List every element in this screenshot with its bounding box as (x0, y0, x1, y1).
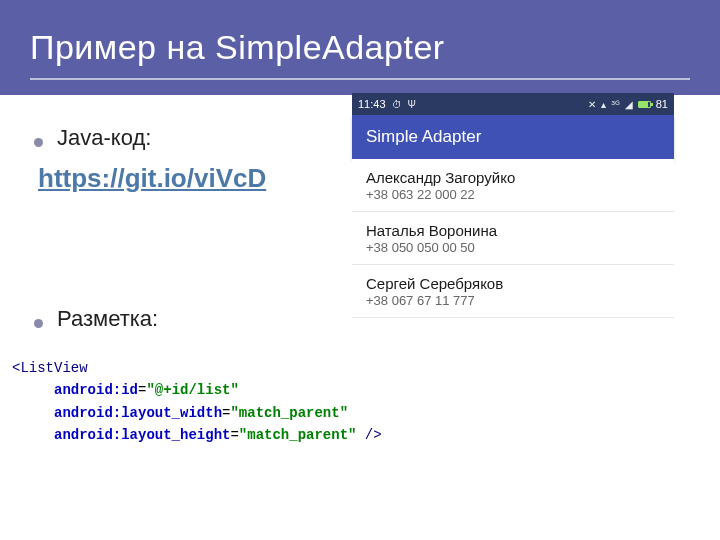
contact-phone: +38 067 67 11 777 (366, 293, 660, 308)
slide-title: Пример на SimpleAdapter (30, 28, 445, 67)
code-attr: android:id (54, 382, 138, 398)
bullet-markup-label: Разметка: (57, 306, 158, 332)
bullet-dot-icon (34, 319, 43, 328)
slide-content: Java-код: https://git.io/viVcD Разметка:… (0, 95, 720, 540)
contact-name: Александр Загоруйко (366, 169, 660, 186)
code-tag: /> (356, 427, 381, 443)
app-bar: Simple Adapter (352, 115, 674, 159)
wifi-icon: ◢ (625, 99, 633, 110)
code-attr: android:layout_height (54, 427, 230, 443)
code-val: "match_parent" (230, 405, 348, 421)
status-bar: 11:43 ⏱ Ψ ✕ ▴ ³ᴳ ◢ 81 (352, 93, 674, 115)
statusbar-left: 11:43 ⏱ Ψ (358, 98, 416, 110)
contact-phone: +38 063 22 000 22 (366, 187, 660, 202)
appbar-title: Simple Adapter (366, 127, 481, 147)
bullet-java: Java-код: (34, 125, 354, 151)
bullet-dot-icon (34, 138, 43, 147)
bullet-markup: Разметка: (34, 306, 354, 332)
code-val: "match_parent" (239, 427, 357, 443)
code-line: android:id="@+id/list" (12, 379, 382, 401)
java-code-link[interactable]: https://git.io/viVcD (38, 163, 266, 194)
contact-phone: +38 050 050 00 50 (366, 240, 660, 255)
title-band: Пример на SimpleAdapter (0, 0, 720, 95)
battery-icon (638, 101, 651, 108)
code-tag: <ListView (12, 360, 88, 376)
network-icon: ³ᴳ (611, 99, 619, 110)
statusbar-right: ✕ ▴ ³ᴳ ◢ 81 (588, 98, 668, 110)
list-item[interactable]: Александр Загоруйко +38 063 22 000 22 (352, 159, 674, 212)
list-item[interactable]: Наталья Воронина +38 050 050 00 50 (352, 212, 674, 265)
code-val: "@+id/list" (146, 382, 238, 398)
alarm-icon: ⏱ (392, 99, 402, 110)
usb-icon: Ψ (408, 99, 416, 110)
bullet-java-label: Java-код: (57, 125, 151, 151)
battery-percent: 81 (656, 98, 668, 110)
list-item[interactable]: Сергей Серебряков +38 067 67 11 777 (352, 265, 674, 318)
code-line: <ListView (12, 357, 382, 379)
signal-icon: ▴ (601, 99, 606, 110)
location-off-icon: ✕ (588, 99, 596, 110)
code-block: <ListView android:id="@+id/list" android… (12, 357, 382, 447)
contact-name: Сергей Серебряков (366, 275, 660, 292)
code-line: android:layout_height="match_parent" /> (12, 424, 382, 446)
contact-name: Наталья Воронина (366, 222, 660, 239)
code-line: android:layout_width="match_parent" (12, 402, 382, 424)
left-column: Java-код: https://git.io/viVcD Разметка: (34, 125, 354, 336)
title-underline (30, 78, 690, 80)
contact-list: Александр Загоруйко +38 063 22 000 22 На… (352, 159, 674, 318)
statusbar-time: 11:43 (358, 98, 386, 110)
android-screenshot: 11:43 ⏱ Ψ ✕ ▴ ³ᴳ ◢ 81 Simple Adapter Але… (352, 93, 674, 318)
code-attr: android:layout_width (54, 405, 222, 421)
